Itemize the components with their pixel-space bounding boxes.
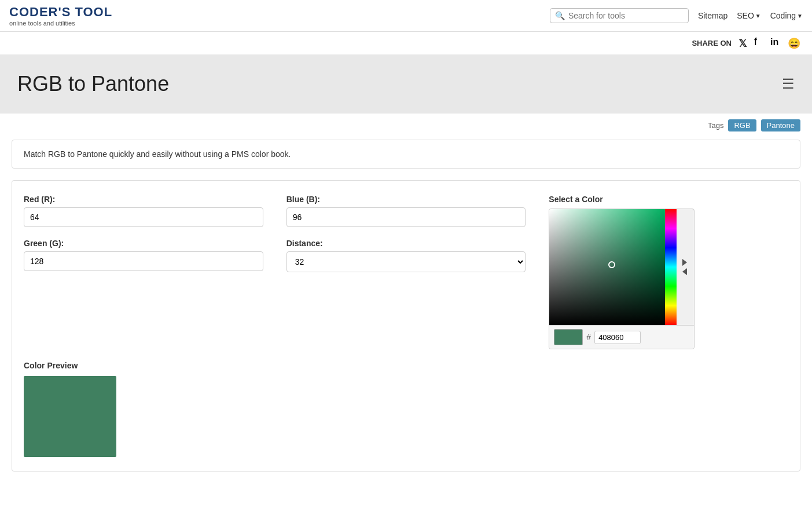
distance-select[interactable]: 8 16 32 64 128 xyxy=(286,251,526,272)
red-input-group: Red (R): xyxy=(24,195,263,227)
coding-dropdown-arrow: ▼ xyxy=(797,13,803,19)
color-picker-section: Select a Color xyxy=(549,195,788,349)
spectrum-left-arrow[interactable] xyxy=(682,268,687,275)
coding-link[interactable]: Coding ▼ xyxy=(770,11,803,20)
tag-pantone[interactable]: Pantone xyxy=(761,119,800,131)
seo-dropdown-arrow: ▼ xyxy=(755,13,761,19)
color-preview-section: Color Preview xyxy=(24,361,788,457)
sitemap-link[interactable]: Sitemap xyxy=(698,11,728,20)
share-label: SHARE ON xyxy=(692,39,732,47)
description-text: Match RGB to Pantone quickly and easily … xyxy=(24,149,291,159)
description-box: Match RGB to Pantone quickly and easily … xyxy=(12,140,800,169)
search-input[interactable] xyxy=(568,11,684,20)
blue-input[interactable] xyxy=(286,207,526,227)
blue-input-group: Blue (B): xyxy=(286,195,526,227)
logo: CODER'S TOOL online tools and utilities xyxy=(9,5,112,27)
color-picker-title: Select a Color xyxy=(549,195,788,204)
hex-input[interactable] xyxy=(594,331,641,344)
reddit-icon[interactable]: 😄 xyxy=(788,37,800,50)
spectrum-right-arrow[interactable] xyxy=(682,259,687,266)
distance-input-group: Distance: 8 16 32 64 128 xyxy=(286,239,526,272)
logo-sub: online tools and utilities xyxy=(9,20,112,27)
color-spectrum[interactable] xyxy=(665,209,677,325)
green-label: Green (G): xyxy=(24,239,263,248)
red-label: Red (R): xyxy=(24,195,263,204)
linkedin-icon[interactable]: in xyxy=(770,36,781,50)
search-wrap: 🔍 xyxy=(550,8,689,23)
green-input-group: Green (G): xyxy=(24,239,263,271)
logo-title: CODER'S TOOL xyxy=(9,5,112,20)
seo-link[interactable]: SEO ▼ xyxy=(737,11,760,20)
twitter-icon[interactable]: 𝕏 xyxy=(738,37,747,50)
color-picker-bottom: # xyxy=(549,325,694,349)
page-header: RGB to Pantone ☰ xyxy=(0,54,812,114)
settings-icon[interactable]: ☰ xyxy=(782,76,795,92)
gradient-cursor xyxy=(608,261,615,268)
green-input[interactable] xyxy=(24,251,263,271)
tool-panel: Red (R): Green (G): Blue (B): Distance: xyxy=(12,180,800,472)
blue-label: Blue (B): xyxy=(286,195,526,204)
tags-row: Tags RGB Pantone xyxy=(0,114,812,134)
tags-label: Tags xyxy=(708,121,723,130)
color-preview-label: Color Preview xyxy=(24,361,788,370)
svg-text:in: in xyxy=(770,37,778,47)
color-swatch xyxy=(554,329,583,345)
red-input[interactable] xyxy=(24,207,263,227)
share-bar: SHARE ON 𝕏 f in 😄 xyxy=(0,32,812,54)
svg-text:f: f xyxy=(754,36,758,47)
tag-rgb[interactable]: RGB xyxy=(728,119,756,131)
hex-hash: # xyxy=(586,332,591,342)
page-title: RGB to Pantone xyxy=(17,72,169,96)
facebook-icon[interactable]: f xyxy=(754,36,763,50)
main-content: Match RGB to Pantone quickly and easily … xyxy=(0,134,812,483)
search-icon: 🔍 xyxy=(555,11,565,20)
color-gradient[interactable] xyxy=(549,209,665,325)
distance-label: Distance: xyxy=(286,239,526,248)
color-preview-box xyxy=(24,376,116,457)
